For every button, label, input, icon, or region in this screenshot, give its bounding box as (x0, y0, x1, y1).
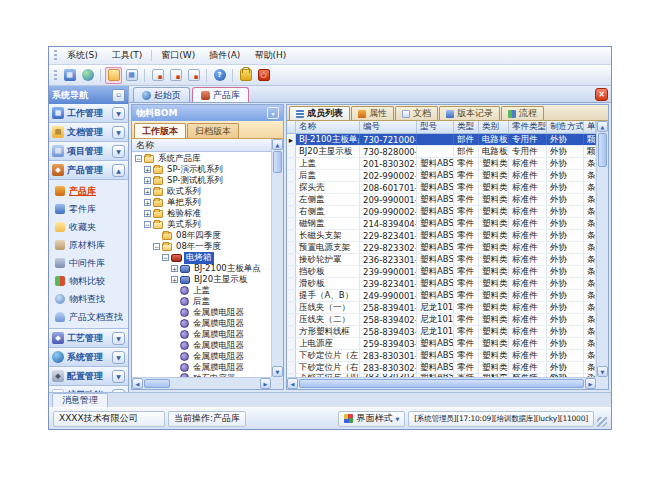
table-vertical-scrollbar[interactable]: ▲ ▼ (596, 121, 608, 377)
panel-menu-button[interactable]: ▾ (267, 107, 279, 119)
chevron-down-icon[interactable]: ▼ (112, 107, 125, 120)
table-row[interactable]: 下砂定位片（右）283-830302-00E塑料ABS零件塑料类标准件外协条 (287, 362, 596, 374)
scroll-thumb[interactable] (273, 151, 282, 173)
lock-button[interactable] (237, 67, 254, 84)
scroll-left-icon[interactable]: ◀ (287, 378, 298, 389)
table-row[interactable]: 提手（A、B）249-990001-01E塑料ABS零件塑料类标准件外协条 (287, 290, 596, 302)
sidebar-item[interactable]: 收藏夹 (49, 218, 128, 236)
report-delete-button[interactable] (185, 67, 202, 84)
tab-properties[interactable]: 属性 (351, 106, 394, 120)
menu-item[interactable]: 窗口(W) (154, 47, 202, 64)
resize-grip[interactable] (597, 417, 607, 427)
sidebar-section-config[interactable]: 配置管理▼ (49, 367, 128, 386)
drag-grip[interactable] (54, 50, 57, 61)
chevron-up-icon[interactable]: ▲ (112, 164, 125, 177)
sidebar-section-work[interactable]: 工作管理▼ (49, 104, 128, 123)
tree-node[interactable]: +BJ20主显示板 (132, 274, 271, 285)
expand-icon[interactable]: + (144, 166, 151, 173)
tree-node[interactable]: −电烤箱 (132, 252, 271, 263)
version-tab[interactable]: 归档版本 (187, 123, 239, 138)
scroll-thumb[interactable] (144, 379, 170, 388)
collapse-icon[interactable]: − (135, 155, 142, 162)
tab-members[interactable]: 成员列表 (289, 106, 350, 120)
tab-versions[interactable]: 版本记录 (439, 106, 500, 120)
table-row[interactable]: 后盖202-990002-01E塑料ABS零件塑料类标准件外协条 (287, 170, 596, 182)
drag-grip[interactable] (54, 70, 57, 81)
menu-item[interactable]: 插件(A) (202, 47, 247, 64)
scroll-right-icon[interactable]: ▶ (260, 378, 271, 389)
scroll-thumb[interactable] (299, 379, 584, 388)
doc-tab-start[interactable]: 起始页 (133, 87, 190, 102)
column-header[interactable]: 制造方式 (547, 121, 584, 133)
sidebar-item[interactable]: 产品库 (49, 182, 128, 200)
scroll-thumb[interactable] (598, 133, 607, 167)
tree-node[interactable]: 金属膜电阻器 (132, 340, 271, 351)
grid-button[interactable] (123, 67, 140, 84)
column-header[interactable]: 零件类型 (509, 121, 547, 133)
collapse-icon[interactable]: − (153, 243, 160, 250)
ui-style-dropdown[interactable]: 界面样式 ▼ (338, 411, 405, 427)
table-row[interactable]: 磁钢盖214-839404-01E塑料ABS零件塑料类标准件外协条 (287, 218, 596, 230)
tree-vertical-scrollbar[interactable]: ▲ ▼ (271, 139, 283, 377)
table-row[interactable]: 滑砂板239-823401-00E塑料ABS零件塑料类标准件外协条 (287, 278, 596, 290)
open-folder-button[interactable] (105, 67, 122, 84)
version-tab[interactable]: 工作版本 (134, 123, 186, 138)
table-row[interactable]: 下砂定位片（左）283-830301-00E塑料ABS零件塑料类标准件外协条 (287, 350, 596, 362)
help-button[interactable] (211, 67, 228, 84)
tab-documents[interactable]: 文档 (395, 106, 438, 120)
table-row[interactable]: 预置电源支架229-823302-00E塑料ABS零件塑料类标准件外协条 (287, 242, 596, 254)
table-row[interactable]: 压线夹（一）258-839401-00E尼龙1010零件塑料类标准件外协条 (287, 302, 596, 314)
tree-node[interactable]: 金属膜电阻器 (132, 362, 271, 373)
tree-node[interactable]: −美式系列 (132, 219, 271, 230)
table-row[interactable]: 长磁头支架229-823401-00E塑料ABS零件塑料类标准件外协条 (287, 230, 596, 242)
expand-icon[interactable]: + (144, 177, 151, 184)
report-new-button[interactable] (149, 67, 166, 84)
sidebar-item[interactable]: 物料查找 (49, 290, 128, 308)
table-row[interactable]: 上电源座259-839403-00E塑料ABS零件塑料类标准件外协条 (287, 338, 596, 350)
table-row[interactable]: 上盖201-830302-00E塑料ABS零件塑料类标准件外协条 (287, 158, 596, 170)
table-row[interactable]: 接砂轮护罩236-823301-00E塑料ABS零件塑料类标准件外协条 (287, 254, 596, 266)
table-row[interactable]: 方形塑料线框258-839403-00E尼龙1010零件塑料类标准件外协条 (287, 326, 596, 338)
tree-node[interactable]: 上盖 (132, 285, 271, 296)
sidebar-section-project[interactable]: 项目管理▼ (49, 142, 128, 161)
sidebar-item[interactable]: 零件库 (49, 200, 128, 218)
sidebar-item[interactable]: 物料比较 (49, 272, 128, 290)
tree-node[interactable]: 金属膜电阻器 (132, 329, 271, 340)
globe-button[interactable] (79, 67, 96, 84)
table-horizontal-scrollbar[interactable]: ◀ ▶ (287, 377, 596, 389)
column-header[interactable]: 编号 (360, 121, 417, 133)
scroll-up-icon[interactable]: ▲ (272, 139, 283, 150)
expand-icon[interactable]: + (171, 276, 178, 283)
message-manager-tab[interactable]: 消息管理 (52, 393, 108, 407)
expand-icon[interactable]: + (144, 210, 151, 217)
tab-flow[interactable]: 流程 (501, 106, 544, 120)
column-header[interactable]: 单位 (584, 121, 596, 133)
chevron-down-icon[interactable]: ▼ (112, 351, 125, 364)
scroll-down-icon[interactable]: ▼ (272, 366, 283, 377)
column-header[interactable]: 类别 (479, 121, 509, 133)
power-button[interactable] (255, 67, 272, 84)
column-header[interactable]: 类型 (454, 121, 479, 133)
table-row[interactable]: 左侧盖209-990001-01E塑料ABS零件塑料类标准件外协条 (287, 194, 596, 206)
computer-button[interactable] (61, 67, 78, 84)
scroll-right-icon[interactable]: ▶ (585, 378, 596, 389)
tree-node[interactable]: 金属膜电阻器 (132, 351, 271, 362)
collapse-icon[interactable]: − (162, 254, 169, 261)
menu-item[interactable]: 系统(S) (60, 47, 105, 64)
menu-item[interactable]: 工具(T) (105, 47, 150, 64)
close-tab-button[interactable]: × (595, 88, 608, 101)
column-header[interactable]: 型号 (417, 121, 454, 133)
tree-node[interactable]: +欧式系列 (132, 186, 271, 197)
chevron-down-icon[interactable]: ▼ (112, 370, 125, 383)
tree-node[interactable]: +BJ-2100主板单点 (132, 263, 271, 274)
sidebar-menu-button[interactable]: ▫ (112, 89, 125, 102)
tree-node[interactable]: +检验标准 (132, 208, 271, 219)
sidebar-section-craft[interactable]: 工艺管理▼ (49, 329, 128, 348)
scroll-left-icon[interactable]: ◀ (132, 378, 143, 389)
tree-horizontal-scrollbar[interactable]: ◀ ▶ (132, 377, 271, 389)
tree-node[interactable]: 后盖 (132, 296, 271, 307)
table-row[interactable]: ▸BJ-2100主板单点730-721000-12E部件电路板专用件外协颗 (287, 134, 596, 146)
collapse-icon[interactable]: − (144, 221, 151, 228)
tree-node[interactable]: +SP-测试机系列 (132, 175, 271, 186)
expand-icon[interactable]: + (144, 188, 151, 195)
